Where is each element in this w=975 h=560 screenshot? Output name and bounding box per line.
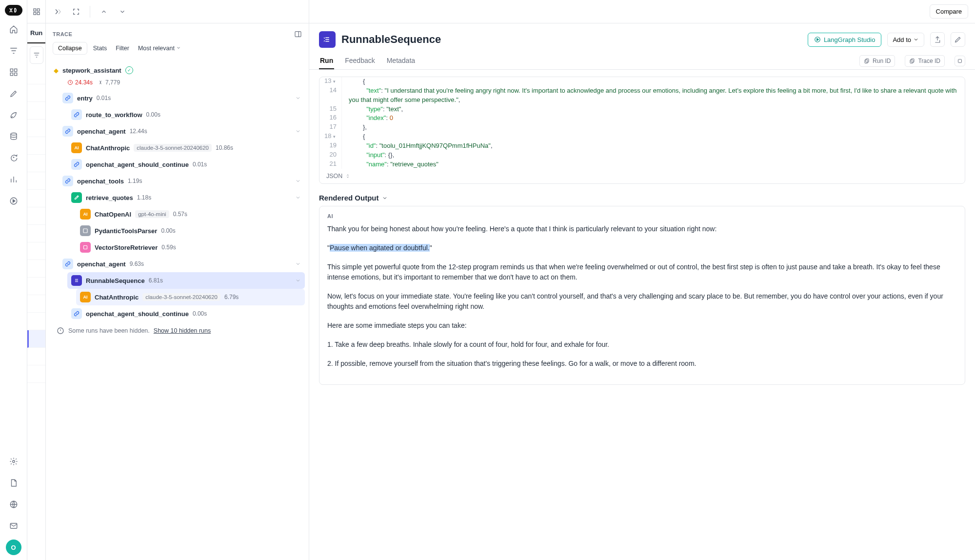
parser-icon	[80, 225, 91, 236]
rendered-output-header[interactable]: Rendered Output	[309, 187, 975, 206]
run-row[interactable]	[27, 225, 45, 242]
run-id-chip[interactable]: Run ID	[859, 55, 895, 67]
svg-point-4	[11, 133, 17, 136]
trace-node[interactable]: entry0.01s	[59, 90, 305, 106]
trace-node[interactable]: PydanticToolsParser0.00s	[76, 222, 305, 239]
fullscreen-icon[interactable]	[69, 5, 83, 19]
langgraph-studio-button[interactable]: LangGraph Studio	[808, 33, 882, 47]
chevron-down-icon[interactable]	[295, 195, 301, 200]
trace-node[interactable]: openchat_agent9.63s	[59, 256, 305, 272]
home-icon[interactable]	[6, 21, 21, 37]
database-icon[interactable]	[6, 129, 21, 144]
trace-node[interactable]: RunnableSequence6.81s	[67, 272, 305, 289]
run-row[interactable]	[27, 260, 45, 278]
tab-run-list[interactable]: Run	[27, 23, 45, 43]
add-to-button[interactable]: Add to	[887, 33, 924, 47]
run-row[interactable]	[27, 348, 45, 365]
trace-node[interactable]: openchat_agent12.44s	[59, 123, 305, 140]
node-name: ChatAnthropic	[95, 294, 139, 301]
status-success-icon: ✓	[125, 66, 133, 74]
run-row[interactable]	[27, 278, 45, 295]
trace-node[interactable]: openchat_tools1.19s	[59, 173, 305, 189]
trace-node[interactable]: openchat_agent_should_continue0.01s	[67, 156, 305, 173]
gear-icon[interactable]	[6, 454, 21, 469]
node-duration: 0.57s	[173, 211, 187, 218]
run-row[interactable]	[27, 313, 45, 330]
show-hidden-link[interactable]: Show 10 hidden runs	[154, 327, 211, 334]
compare-button[interactable]: Compare	[930, 4, 968, 19]
run-row[interactable]	[27, 330, 45, 348]
panel-toggle-icon[interactable]	[294, 30, 302, 38]
run-row[interactable]	[27, 67, 45, 84]
globe-icon[interactable]	[6, 497, 21, 512]
node-model-tag: claude-3-5-sonnet-20240620	[142, 293, 220, 301]
next-icon[interactable]	[116, 5, 129, 19]
svg-point-6	[12, 460, 15, 463]
trace-root[interactable]: ◆ stepwork_assistant ✓	[50, 63, 305, 77]
trace-node[interactable]: route_to_workflow0.00s	[67, 106, 305, 123]
run-row[interactable]	[27, 120, 45, 137]
grid-small-icon[interactable]	[33, 8, 40, 16]
link-icon	[71, 109, 82, 120]
trace-id-chip[interactable]: Trace ID	[905, 55, 945, 67]
node-name: openchat_tools	[77, 178, 124, 185]
left-rail: O	[0, 0, 27, 560]
svg-rect-13	[295, 32, 301, 37]
edit-detail-icon[interactable]	[951, 32, 965, 47]
mail-icon[interactable]	[6, 518, 21, 534]
node-duration: 0.01s	[193, 161, 207, 168]
run-row[interactable]	[27, 102, 45, 120]
avatar[interactable]: O	[6, 540, 21, 555]
share-icon[interactable]	[930, 32, 945, 47]
run-row[interactable]	[27, 242, 45, 260]
code-format-selector[interactable]: JSON	[319, 169, 965, 183]
chevron-down-icon[interactable]	[295, 178, 301, 184]
detail-title: RunnableSequence	[341, 33, 802, 46]
run-row[interactable]	[27, 84, 45, 102]
trace-node[interactable]: AIChatAnthropicclaude-3-5-sonnet-2024062…	[67, 140, 305, 156]
collapse-button[interactable]: Collapse	[53, 42, 87, 55]
hidden-runs-text: Some runs have been hidden.	[68, 327, 150, 334]
trace-node[interactable]: AIChatAnthropicclaude-3-5-sonnet-2024062…	[76, 289, 305, 305]
doc-icon[interactable]	[6, 475, 21, 491]
trace-node[interactable]: openchat_agent_should_continue0.00s	[67, 305, 305, 322]
sort-button[interactable]: Most relevant	[135, 42, 184, 54]
trace-node[interactable]: VectorStoreRetriever0.59s	[76, 239, 305, 256]
run-row[interactable]	[27, 295, 45, 313]
svg-rect-15	[83, 229, 87, 233]
token-badge: 7,779	[98, 79, 120, 86]
chevron-down-icon[interactable]	[295, 278, 301, 283]
run-row[interactable]	[27, 172, 45, 190]
stats-button[interactable]: Stats	[90, 42, 110, 54]
prev-icon[interactable]	[97, 5, 111, 19]
run-row[interactable]	[27, 137, 45, 155]
tab-run[interactable]: Run	[319, 53, 334, 69]
secondary-column: Run	[27, 0, 46, 560]
run-row[interactable]	[27, 190, 45, 207]
run-row[interactable]	[27, 207, 45, 225]
play-icon[interactable]	[6, 193, 21, 209]
comment-icon[interactable]	[6, 150, 21, 166]
chevron-down-icon[interactable]	[295, 128, 301, 134]
filter-icon[interactable]	[6, 43, 21, 59]
grid-icon[interactable]	[6, 64, 21, 80]
copy-icon[interactable]	[955, 56, 965, 66]
node-name: retrieve_quotes	[86, 194, 133, 201]
trace-node[interactable]: retrieve_quotes1.18s	[67, 189, 305, 206]
rocket-icon[interactable]	[6, 107, 21, 123]
svg-rect-0	[10, 69, 13, 71]
edit-icon[interactable]	[6, 86, 21, 101]
node-name: route_to_workflow	[86, 111, 142, 119]
trace-node[interactable]: AIChatOpenAIgpt-4o-mini0.57s	[76, 206, 305, 222]
chevron-down-icon[interactable]	[295, 261, 301, 267]
chart-icon[interactable]	[6, 172, 21, 187]
tab-metadata[interactable]: Metadata	[386, 53, 416, 69]
run-row[interactable]	[27, 155, 45, 172]
run-row[interactable]	[27, 365, 45, 383]
node-duration: 10.86s	[216, 144, 233, 151]
filter-button[interactable]: Filter	[113, 42, 132, 54]
filter-toggle-icon[interactable]	[30, 46, 43, 64]
expand-right-icon[interactable]	[51, 5, 64, 19]
tab-feedback[interactable]: Feedback	[344, 53, 376, 69]
chevron-down-icon[interactable]	[295, 95, 301, 101]
